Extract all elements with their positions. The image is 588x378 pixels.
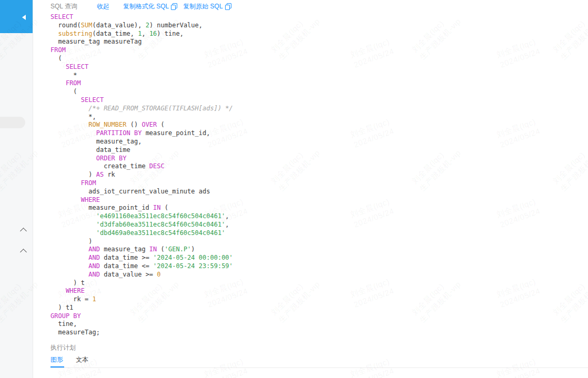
- code-line: ) t: [50, 279, 233, 288]
- tab-text[interactable]: 文本: [76, 355, 88, 364]
- main-panel: SQL 查询 收起 复制格式化 SQL 复制原始 SQL SELECT roun…: [33, 0, 588, 378]
- chevron-up-icon[interactable]: [20, 228, 27, 234]
- code-line: tine,: [50, 320, 233, 329]
- code-line: 'dbd469a0ea3511ec8c54f60c504c0461': [50, 229, 233, 238]
- sidebar-drag-handle[interactable]: [0, 117, 25, 128]
- copy-formatted-sql-label: 复制格式化 SQL: [123, 2, 169, 11]
- execution-plan-label: 执行计划: [50, 343, 76, 352]
- code-line: FROM: [50, 79, 233, 88]
- code-line: 'e4691160ea3511ec8c54f60c504c0461',: [50, 212, 233, 221]
- code-line: AND data_value >= 0: [50, 271, 233, 279]
- copy-raw-sql-link[interactable]: 复制原始 SQL: [183, 2, 231, 11]
- code-line: round(SUM(data_value), 2) numberValue,: [50, 22, 233, 30]
- copy-icon: [171, 3, 177, 10]
- code-line: ) AS rk: [50, 171, 233, 179]
- sidebar: [0, 0, 33, 378]
- code-line: AND measure_tag IN ('GEN.P'): [50, 246, 233, 254]
- code-line: measureTag;: [50, 329, 233, 337]
- code-line: substring(data_time, 1, 16) tine,: [50, 30, 233, 38]
- collapse-link[interactable]: 收起: [97, 2, 109, 11]
- code-line: *,: [50, 113, 233, 121]
- code-line: ROW_NUMBER () OVER (: [50, 121, 233, 129]
- code-line: PARTITION BY measure_point_id,: [50, 129, 233, 138]
- code-line: 'd3dfab60ea3511ec8c54f60c504c0461',: [50, 221, 233, 229]
- code-line: ): [50, 238, 233, 246]
- code-line: (: [50, 55, 233, 63]
- copy-icon: [225, 3, 231, 10]
- code-line: measure_point_id IN (: [50, 204, 233, 212]
- copy-formatted-sql-link[interactable]: 复制格式化 SQL: [123, 2, 177, 11]
- tabs-divider: [50, 367, 588, 368]
- code-line: *: [50, 71, 233, 80]
- code-line: measure_tag,: [50, 138, 233, 146]
- left-triangle-icon: [22, 15, 26, 20]
- code-line: (: [50, 88, 233, 96]
- code-line: SELECT: [50, 96, 233, 105]
- code-line: SELECT: [50, 63, 233, 71]
- code-line: ORDER BY: [50, 155, 233, 163]
- copy-raw-sql-label: 复制原始 SQL: [183, 2, 222, 11]
- tab-graph[interactable]: 图形: [50, 355, 63, 364]
- code-line: GROUP BY: [50, 312, 233, 321]
- code-line: ) t1: [50, 304, 233, 312]
- code-line: ads_iot_current_value_minute ads: [50, 188, 233, 196]
- code-line: AND data_time <= '2024-05-24 23:59:59': [50, 262, 233, 271]
- active-tab-indicator: [50, 366, 64, 367]
- code-line: AND data_time >= '2024-05-24 00:00:00': [50, 254, 233, 262]
- sql-toolbar: SQL 查询 收起 复制格式化 SQL 复制原始 SQL: [50, 2, 231, 11]
- plan-tabs: 图形 文本: [50, 355, 99, 364]
- code-line: FROM: [50, 46, 233, 55]
- code-line: SELECT: [50, 13, 233, 22]
- code-line: measure_tag measureTag: [50, 38, 233, 46]
- sql-code: SELECT round(SUM(data_value), 2) numberV…: [50, 13, 233, 337]
- code-line: FROM: [50, 179, 233, 188]
- code-line: create_time DESC: [50, 162, 233, 171]
- app-root: SQL 查询 收起 复制格式化 SQL 复制原始 SQL SELECT roun…: [0, 0, 588, 378]
- code-line: rk = 1: [50, 295, 233, 304]
- chevron-up-icon[interactable]: [20, 249, 27, 256]
- code-line: WHERE: [50, 196, 233, 205]
- sidebar-collapse-button[interactable]: [0, 0, 33, 33]
- code-line: data_time: [50, 146, 233, 155]
- sql-query-title: SQL 查询: [50, 2, 77, 11]
- code-line: /*+ READ_FROM_STORAGE(TIFLASH[ads]) */: [50, 105, 233, 113]
- code-line: WHERE: [50, 287, 233, 295]
